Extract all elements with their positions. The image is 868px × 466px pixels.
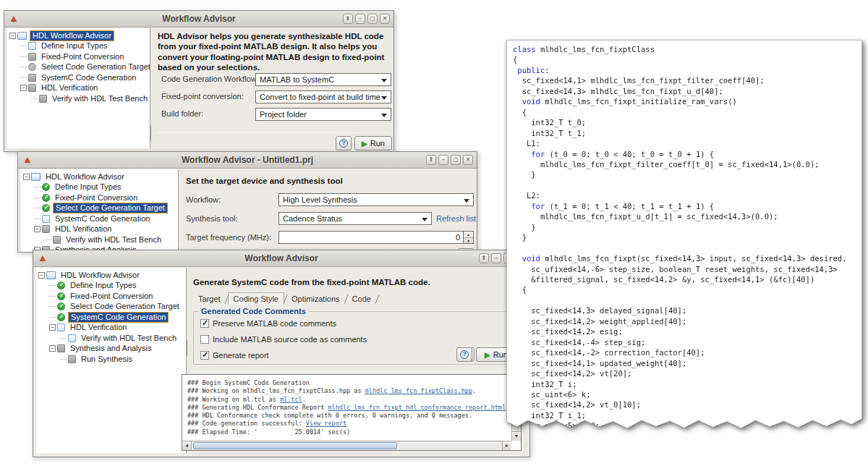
code-line: public: xyxy=(513,65,856,75)
tree-item-label: Fixed-Point Conversion xyxy=(53,193,140,203)
code-line: { xyxy=(513,284,856,295)
minimize-button[interactable]: − xyxy=(438,155,448,165)
minimize-button[interactable]: − xyxy=(355,14,365,24)
refresh-list-link[interactable]: Refresh list xyxy=(436,214,476,223)
window3-title: Workflow Advisor xyxy=(33,253,529,263)
tree-item[interactable]: SystemC Code Generation xyxy=(36,312,186,323)
code-line: } xyxy=(513,169,856,179)
tab-code[interactable]: Code xyxy=(347,293,376,305)
workflow-combobox[interactable]: High Level Synthesis xyxy=(278,193,474,206)
help-button[interactable]: ? xyxy=(336,136,352,151)
spinner-up-icon[interactable]: ▴ xyxy=(464,232,473,237)
build-folder-combobox[interactable]: Project folder xyxy=(255,108,391,121)
code-line: sc_fixed<14,1> updated_weight[40]; xyxy=(513,358,856,368)
expander-icon[interactable]: − xyxy=(38,272,45,279)
tree-item[interactable]: Select Code Generation Target xyxy=(7,62,150,73)
scroll-right-icon[interactable]: ► xyxy=(502,441,511,450)
tree-item[interactable]: SystemC Code Generation xyxy=(21,213,178,224)
target-frequency-input[interactable]: 0 xyxy=(278,231,464,244)
tree-item[interactable]: Fixed-Point Conversion xyxy=(36,291,186,302)
expander-icon[interactable]: − xyxy=(9,33,16,39)
console-horizontal-scrollbar[interactable]: ◄ ► xyxy=(182,441,511,450)
console-link[interactable]: View report xyxy=(306,420,346,427)
tree-item[interactable]: Select Code Generation Target xyxy=(21,203,178,214)
tree-item[interactable]: Define Input Types xyxy=(36,281,186,292)
fixed-point-conversion-combobox[interactable]: Convert to fixed-point at build time xyxy=(255,90,391,103)
tree-item[interactable]: −HDL Verification xyxy=(21,224,178,235)
help-button[interactable]: ? xyxy=(456,347,472,362)
expander-icon[interactable]: − xyxy=(20,85,27,91)
checkbox-row[interactable]: Generate report xyxy=(200,351,269,360)
console-link[interactable]: ml.tcl xyxy=(280,396,302,403)
console-link[interactable]: mlhdlc_lms_fcn_fixptClass.hpp xyxy=(365,387,472,394)
checkbox-checked-icon[interactable] xyxy=(200,351,209,360)
tree-item[interactable]: −HDL Verification xyxy=(36,323,186,334)
frequency-spinner[interactable]: ▴▾ xyxy=(464,231,474,244)
window2-titlebar[interactable]: ▲ Workflow Advisor - Untitled1.prj ⬆ − ▢… xyxy=(18,152,477,169)
code-line: for (t_0 = 0; t_0 < 40; t_0 = t_0 + 1) { xyxy=(513,149,856,159)
tab-optimizations[interactable]: Optimizations xyxy=(286,293,345,305)
undock-button[interactable]: ⬆ xyxy=(426,155,436,165)
code-line: sc_ufixed<14,-6> step_size, boolean_T re… xyxy=(513,264,856,274)
window3-titlebar[interactable]: ▲ Workflow Advisor ⬆ − ▢ ✕ xyxy=(33,250,529,267)
code-generation-workflow-combobox[interactable]: MATLAB to SystemC xyxy=(255,73,391,86)
box-blue-icon xyxy=(68,334,76,342)
undock-button[interactable]: ⬆ xyxy=(479,253,489,263)
synthesis-tool-combobox[interactable]: Cadence Stratus xyxy=(278,212,432,225)
close-button[interactable]: ✕ xyxy=(463,155,473,165)
tree-item[interactable]: Verify with HDL Test Bench xyxy=(36,333,186,344)
checkbox-row[interactable]: Include MATLAB source code as comments xyxy=(200,335,367,344)
expander-icon[interactable]: − xyxy=(49,324,56,331)
tree-item[interactable]: Fixed-Point Conversion xyxy=(21,192,178,203)
code-snippet-panel: class mlhdlc_lms_fcn_fixptClass{ public:… xyxy=(506,40,862,432)
tree-item[interactable]: Run Synthesis xyxy=(36,354,186,365)
tree-connector xyxy=(60,338,67,339)
code-line: sc_fixed<14,3> delayed_signal[40]; xyxy=(513,305,856,315)
checkbox-label: Include MATLAB source code as comments xyxy=(213,335,367,344)
tree-item[interactable]: Verify with HDL Test Bench xyxy=(7,93,150,104)
checkbox-row[interactable]: Preserve MATLAB code comments xyxy=(200,319,336,328)
checkbox-checked-icon[interactable] xyxy=(200,319,209,328)
code-line: int32_T t_1; xyxy=(513,128,856,138)
maximize-button[interactable]: ▢ xyxy=(367,14,378,24)
maximize-button[interactable]: ▢ xyxy=(451,155,461,165)
tree-item[interactable]: Select Code Generation Target xyxy=(36,302,186,313)
tree-connector xyxy=(49,285,56,286)
tree-item[interactable]: SystemC Code Generation xyxy=(7,72,150,83)
panel-heading: Set the target device and synthesis tool xyxy=(186,177,343,185)
tree-item[interactable]: −HDL Workflow Advisor xyxy=(7,30,150,41)
tab-coding-style[interactable]: Coding Style xyxy=(228,292,284,305)
tree-item[interactable]: Fixed-Point Conversion xyxy=(7,51,150,62)
tree-item[interactable]: −Synthesis and Analysis xyxy=(36,344,186,355)
tree-item[interactable]: −HDL Workflow Advisor xyxy=(21,171,178,182)
tree-item[interactable]: −HDL Workflow Advisor xyxy=(36,270,186,281)
window1-titlebar[interactable]: ▲ Workflow Advisor ⬆ − ▢ ✕ xyxy=(4,11,393,27)
field-label: Code Generation Workflow: xyxy=(161,75,259,83)
tab-target[interactable]: Target xyxy=(193,293,226,305)
scroll-left-icon[interactable]: ◄ xyxy=(182,441,192,450)
tree-item[interactable]: Verify with HDL Test Bench xyxy=(21,234,178,245)
checkbox-unchecked-icon[interactable] xyxy=(200,335,209,344)
tree-item-label: HDL Verification xyxy=(39,83,100,93)
minimize-button[interactable]: − xyxy=(491,253,501,263)
scroll-down-icon[interactable]: ▼ xyxy=(512,431,521,441)
close-button[interactable]: ✕ xyxy=(380,14,390,24)
console-line: ### Begin SystemC Code Generation xyxy=(187,379,507,387)
tree-item[interactable]: Define Input Types xyxy=(7,41,150,52)
box-gray-icon xyxy=(39,95,47,103)
code-line: void mlhdlc_lms_fcn_fixpt_initialize_ram… xyxy=(513,96,856,106)
tree-connector xyxy=(34,198,41,198)
console-link[interactable]: mlhdlc_lms_fcn_fixpt_hdl_conformance_rep… xyxy=(328,404,506,411)
code-line: sc_fixed<14,-2> correction_factor[40]; xyxy=(513,347,856,357)
code-line: sc_fixed<14,2> weight_applied[40]; xyxy=(513,316,856,326)
undock-button[interactable]: ⬆ xyxy=(343,14,353,24)
scrollbar-thumb[interactable] xyxy=(193,442,397,449)
run-button[interactable]: ▶ Run xyxy=(354,136,392,151)
expander-icon[interactable]: − xyxy=(34,226,41,232)
expander-icon[interactable]: − xyxy=(23,174,30,180)
tree-item[interactable]: −HDL Verification xyxy=(7,83,150,94)
console-output: ### Begin SystemC Code Generation### Wor… xyxy=(182,374,522,451)
expander-icon[interactable]: − xyxy=(49,345,56,352)
spinner-down-icon[interactable]: ▾ xyxy=(464,237,473,243)
tree-item[interactable]: Define Input Types xyxy=(21,182,178,193)
